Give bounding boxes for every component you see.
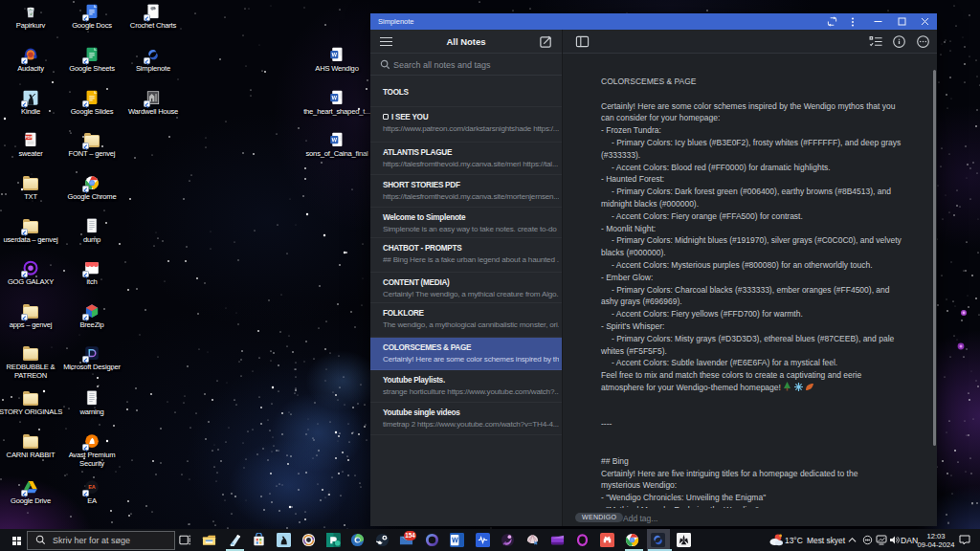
svg-text:PDF: PDF — [25, 136, 33, 140]
svg-text:EA: EA — [88, 484, 96, 490]
